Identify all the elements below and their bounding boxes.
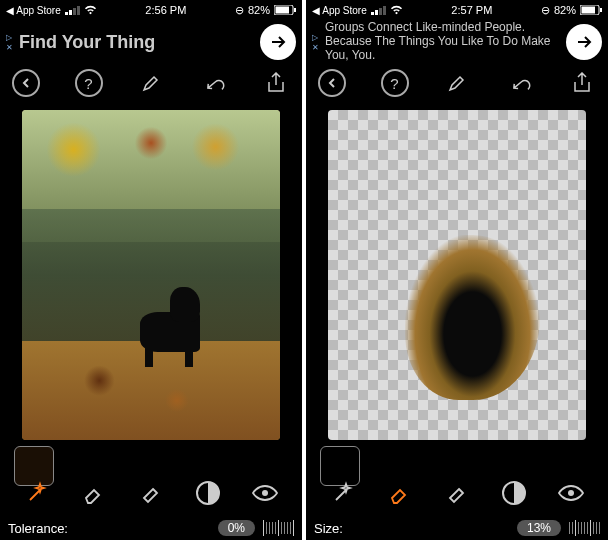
ad-arrow-button[interactable] [566, 24, 602, 60]
help-button[interactable]: ? [75, 69, 103, 97]
slider-ticks[interactable] [569, 520, 600, 536]
battery-percent: 82% [554, 4, 576, 16]
ad-badge: ▷✕ [312, 33, 319, 52]
eraser-tool[interactable] [78, 477, 110, 509]
clock: 2:57 PM [451, 4, 492, 16]
share-button[interactable] [568, 69, 596, 97]
svg-rect-1 [276, 7, 290, 14]
eraser-tool[interactable] [384, 477, 416, 509]
share-button[interactable] [262, 69, 290, 97]
slider-bar: Tolerance: 0% [0, 516, 302, 540]
back-button[interactable] [318, 69, 346, 97]
ad-text: Find Your Thing [19, 32, 254, 53]
ad-arrow-button[interactable] [260, 24, 296, 60]
svg-rect-2 [294, 8, 296, 12]
cell-signal-icon [371, 6, 386, 15]
slider-label: Tolerance: [8, 521, 68, 536]
tool-bar [0, 472, 302, 514]
back-button[interactable] [12, 69, 40, 97]
wifi-icon [390, 5, 403, 15]
top-toolbar: ? [306, 64, 608, 102]
svg-rect-6 [582, 7, 596, 14]
restore-tool[interactable] [441, 477, 473, 509]
restore-tool[interactable] [135, 477, 167, 509]
phone-screen-left: ◀ App Store 2:56 PM ⊖ 82% ▷✕ Find Your T… [0, 0, 302, 540]
invert-tool[interactable] [498, 477, 530, 509]
brush-settings-button[interactable] [443, 69, 471, 97]
status-bar: ◀ App Store 2:57 PM ⊖ 82% [306, 0, 608, 20]
brush-settings-button[interactable] [137, 69, 165, 97]
preview-tool[interactable] [249, 477, 281, 509]
ad-text: Groups Connect Like-minded People. Becau… [325, 21, 560, 62]
svg-point-9 [568, 490, 574, 496]
editing-canvas[interactable] [328, 110, 586, 440]
wifi-icon [84, 5, 97, 15]
slider-ticks[interactable] [263, 520, 294, 536]
ad-banner[interactable]: ▷✕ Groups Connect Like-minded People. Be… [306, 20, 608, 64]
battery-icon [580, 5, 602, 15]
clock: 2:56 PM [145, 4, 186, 16]
svg-rect-7 [600, 8, 602, 12]
magic-wand-tool[interactable] [21, 477, 53, 509]
back-to-app[interactable]: ◀ App Store [6, 5, 61, 16]
top-toolbar: ? [0, 64, 302, 102]
tool-bar [306, 472, 608, 514]
slider-bar: Size: 13% [306, 516, 608, 540]
undo-button[interactable] [200, 69, 228, 97]
ad-badge: ▷✕ [6, 33, 13, 52]
ad-banner[interactable]: ▷✕ Find Your Thing [0, 20, 302, 64]
magic-wand-tool[interactable] [327, 477, 359, 509]
battery-percent: 82% [248, 4, 270, 16]
phone-screen-right: ◀ App Store 2:57 PM ⊖ 82% ▷✕ Groups Conn… [306, 0, 608, 540]
slider-value: 0% [218, 520, 255, 536]
slider-value: 13% [517, 520, 561, 536]
invert-tool[interactable] [192, 477, 224, 509]
battery-icon [274, 5, 296, 15]
editing-canvas[interactable] [22, 110, 280, 440]
rotation-lock-icon: ⊖ [235, 4, 244, 17]
status-bar: ◀ App Store 2:56 PM ⊖ 82% [0, 0, 302, 20]
undo-button[interactable] [506, 69, 534, 97]
rotation-lock-icon: ⊖ [541, 4, 550, 17]
back-to-app[interactable]: ◀ App Store [312, 5, 367, 16]
svg-point-4 [262, 490, 268, 496]
slider-label: Size: [314, 521, 343, 536]
cell-signal-icon [65, 6, 80, 15]
help-button[interactable]: ? [381, 69, 409, 97]
preview-tool[interactable] [555, 477, 587, 509]
